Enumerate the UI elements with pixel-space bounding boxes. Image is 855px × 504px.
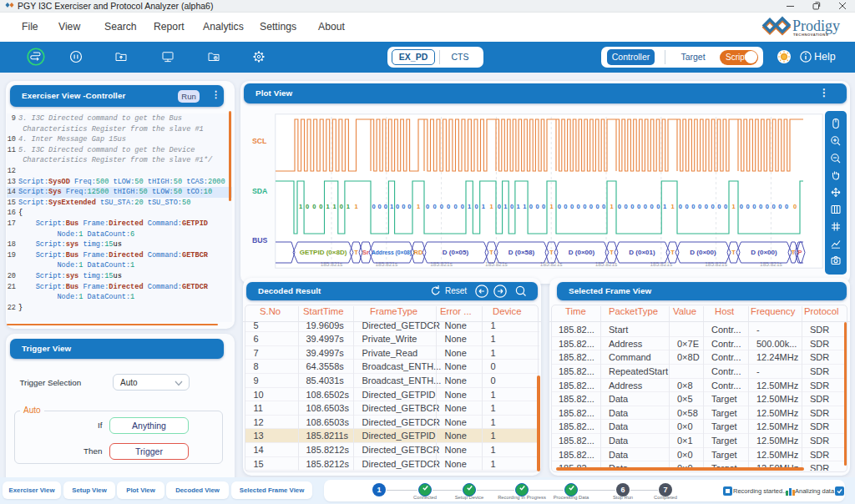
svg-text:0: 0 (461, 203, 464, 210)
svg-text:0: 0 (596, 203, 600, 210)
svg-text:1: 1 (610, 203, 613, 210)
svg-text:D (0×01): D (0×01) (629, 249, 655, 256)
svg-text:0: 0 (691, 203, 695, 210)
svg-text:1: 1 (333, 203, 336, 210)
svg-text:Sr: Sr (362, 249, 369, 256)
svg-text:T: T (670, 249, 675, 256)
svg-text:1: 1 (503, 203, 507, 210)
svg-text:1: 1 (417, 203, 420, 210)
svg-text:0: 0 (402, 203, 405, 210)
svg-text:0: 0 (618, 203, 621, 210)
svg-text:0: 0 (589, 203, 593, 210)
svg-text:RD: RD (414, 249, 423, 256)
svg-text:0: 0 (656, 203, 660, 210)
svg-text:0: 0 (644, 203, 647, 210)
svg-text:TECHNOVATIONS: TECHNOVATIONS (793, 33, 828, 37)
svg-text:0: 0 (426, 203, 429, 210)
svg-text:0: 0 (679, 203, 682, 210)
svg-text:Reset: Reset (445, 286, 467, 295)
svg-text:0: 0 (746, 203, 750, 210)
svg-text:0: 0 (570, 203, 574, 210)
svg-text:0: 0 (396, 203, 399, 210)
svg-text:D (0×05): D (0×05) (443, 249, 469, 256)
svg-text:0: 0 (384, 203, 387, 210)
svg-text:D (0×00): D (0×00) (751, 249, 777, 256)
svg-text:0: 0 (498, 203, 501, 210)
svg-text:0: 0 (630, 203, 634, 210)
svg-text:0: 0 (785, 203, 788, 210)
svg-text:T: T (792, 249, 796, 256)
svg-text:1: 1 (663, 203, 666, 210)
svg-text:1: 1 (523, 203, 526, 210)
svg-text:GETPID (0×8D): GETPID (0×8D) (300, 249, 347, 256)
svg-text:0: 0 (510, 203, 514, 210)
svg-text:0: 0 (306, 203, 309, 210)
svg-text:0: 0 (724, 203, 727, 210)
svg-text:D (0×58): D (0×58) (508, 249, 535, 256)
svg-text:0: 0 (447, 203, 450, 210)
svg-text:0: 0 (558, 203, 561, 210)
svg-text:0: 0 (705, 203, 708, 210)
svg-text:0: 0 (793, 203, 797, 210)
svg-text:0: 0 (453, 203, 457, 210)
svg-text:185.821s: 185.821s (375, 261, 397, 267)
svg-text:0: 0 (778, 203, 782, 210)
svg-text:185.821s: 185.821s (705, 261, 727, 267)
svg-text:1: 1 (326, 203, 330, 210)
svg-text:Prodigy: Prodigy (792, 18, 840, 34)
svg-text:D (0×00): D (0×00) (569, 249, 595, 256)
svg-text:0: 0 (542, 203, 545, 210)
svg-text:0: 0 (766, 203, 769, 210)
svg-text:185.821s: 185.821s (760, 261, 782, 267)
svg-text:T: T (610, 249, 614, 256)
svg-text:0: 0 (772, 203, 776, 210)
svg-text:1: 1 (347, 203, 350, 210)
svg-text:0: 0 (372, 203, 376, 210)
svg-text:0: 0 (637, 203, 640, 210)
svg-text:0: 0 (583, 203, 586, 210)
svg-text:1: 1 (731, 203, 735, 210)
svg-text:0: 0 (602, 203, 605, 210)
svg-text:0: 0 (440, 203, 443, 210)
svg-text:0: 0 (577, 203, 580, 210)
svg-text:0: 0 (711, 203, 715, 210)
svg-text:0: 0 (536, 203, 539, 210)
svg-text:0: 0 (319, 203, 322, 210)
svg-text:1: 1 (299, 203, 302, 210)
svg-text:D (0×00): D (0×00) (690, 249, 716, 256)
svg-text:0: 0 (717, 203, 721, 210)
svg-text:0: 0 (312, 203, 316, 210)
svg-text:0: 0 (378, 203, 382, 210)
svg-text:0: 0 (759, 203, 762, 210)
svg-text:0: 0 (407, 203, 411, 210)
svg-text:T: T (354, 249, 358, 256)
svg-text:0: 0 (686, 203, 689, 210)
svg-text:0: 0 (433, 203, 436, 210)
svg-text:1: 1 (517, 203, 520, 210)
svg-text:0: 0 (625, 203, 628, 210)
svg-text:1: 1 (354, 203, 357, 210)
svg-text:1: 1 (482, 203, 485, 210)
svg-text:1: 1 (468, 203, 471, 210)
svg-text:0: 0 (698, 203, 701, 210)
svg-text:0: 0 (529, 203, 533, 210)
svg-text:185.821s: 185.821s (321, 261, 343, 267)
svg-text:185.821s: 185.821s (540, 261, 563, 267)
svg-text:T: T (489, 249, 493, 256)
svg-text:0: 0 (740, 203, 743, 210)
svg-text:0: 0 (650, 203, 654, 210)
svg-text:1: 1 (489, 203, 493, 210)
svg-text:185.821s: 185.821s (430, 261, 453, 267)
svg-text:T: T (731, 249, 736, 256)
svg-text:Address (0×08): Address (0×08) (372, 249, 412, 256)
svg-text:T: T (549, 249, 554, 256)
svg-text:0: 0 (340, 203, 343, 210)
svg-text:1: 1 (670, 203, 674, 210)
svg-text:0: 0 (564, 203, 567, 210)
svg-text:0: 0 (474, 203, 478, 210)
svg-text:1: 1 (549, 203, 553, 210)
svg-text:1: 1 (390, 203, 393, 210)
svg-text:P: P (797, 249, 802, 256)
svg-text:0: 0 (752, 203, 756, 210)
